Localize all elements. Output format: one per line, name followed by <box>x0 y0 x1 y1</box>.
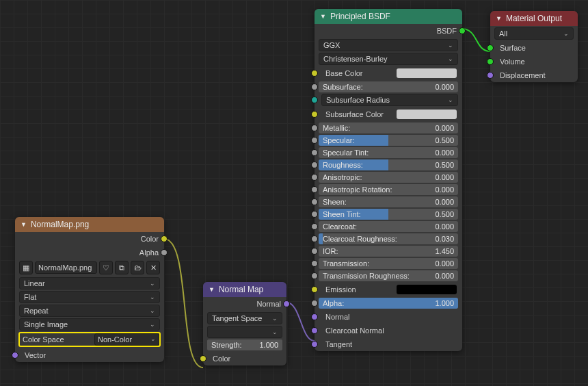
chevron-down-icon: ⌄ <box>150 335 156 344</box>
node-principled-bsdf[interactable]: ▼ Principled BSDF BSDF GGX⌄ Christensen-… <box>315 9 462 351</box>
socket-sssradius-in[interactable] <box>311 96 318 103</box>
socket-vector-in[interactable] <box>12 352 18 359</box>
socket-ccrough-in[interactable] <box>311 235 318 242</box>
metallic-slider[interactable]: Metallic: 0.000 <box>319 123 458 133</box>
uvmap-select[interactable]: ⌄ <box>207 326 282 338</box>
interpolation-select[interactable]: Linear⌄ <box>19 277 160 290</box>
collapse-triangle-icon[interactable]: ▼ <box>21 221 27 228</box>
socket-tangent-in[interactable] <box>311 341 318 348</box>
anisorot-value: 0.000 <box>435 185 454 194</box>
socket-normal-in[interactable] <box>311 313 318 320</box>
clearcoat-value: 0.000 <box>435 222 454 231</box>
ior-slider[interactable]: IOR: 1.450 <box>319 246 458 257</box>
new-image-icon[interactable]: ⧉ <box>115 261 129 274</box>
socket-sheen-in[interactable] <box>311 198 318 205</box>
open-image-icon[interactable]: 🗁 <box>131 261 144 274</box>
spectint-slider[interactable]: Specular Tint: 0.000 <box>319 147 458 158</box>
socket-displacement-in[interactable] <box>487 72 494 79</box>
node-title: Principled BSDF <box>330 12 390 21</box>
node-header[interactable]: ▼ NormalMap.png <box>15 217 164 232</box>
distribution-select[interactable]: GGX⌄ <box>319 39 458 51</box>
socket-basecolor-in[interactable] <box>311 70 318 77</box>
socket-color-in[interactable] <box>200 355 206 362</box>
node-header[interactable]: ▼ Principled BSDF <box>315 9 462 24</box>
strength-slider[interactable]: Strength: 1.000 <box>207 339 282 350</box>
socket-anisorot-in[interactable] <box>311 186 318 193</box>
socket-transmission-in[interactable] <box>311 260 318 267</box>
socket-normal-out[interactable] <box>283 300 290 307</box>
input-basecolor: Base Color <box>315 66 462 80</box>
specular-label: Specular: <box>323 136 354 144</box>
socket-sheentint-in[interactable] <box>311 211 318 218</box>
socket-roughness-in[interactable] <box>311 162 318 168</box>
specular-slider[interactable]: Specular: 0.500 <box>319 135 458 146</box>
node-image-texture[interactable]: ▼ NormalMap.png Color Alpha ▦ NormalMap.… <box>15 217 164 362</box>
socket-ccnormal-in[interactable] <box>311 327 318 334</box>
anisorot-slider[interactable]: Anisotropic Rotation: 0.000 <box>319 184 458 195</box>
socket-clearcoat-in[interactable] <box>311 223 318 230</box>
aniso-label: Anisotropic: <box>323 173 362 181</box>
socket-alpha-out[interactable] <box>161 249 168 256</box>
ccnormal-label: Clearcoat Normal <box>320 326 457 335</box>
unlink-image-icon[interactable]: ✕ <box>146 261 160 274</box>
socket-ior-in[interactable] <box>311 248 318 255</box>
node-header[interactable]: ▼ Normal Map <box>203 282 286 297</box>
transmission-slider[interactable]: Transmission: 0.000 <box>319 258 458 269</box>
socket-specular-in[interactable] <box>311 137 318 144</box>
alpha-label: Alpha: <box>323 299 344 307</box>
chevron-down-icon: ⌄ <box>448 42 453 49</box>
sss-method-select[interactable]: Christensen-Burley⌄ <box>319 53 458 65</box>
socket-subsurface-in[interactable] <box>311 83 318 90</box>
socket-color-out[interactable] <box>161 235 168 242</box>
socket-transrough-in[interactable] <box>311 272 318 279</box>
node-header[interactable]: ▼ Material Output <box>490 11 578 26</box>
fake-user-icon[interactable]: ♡ <box>99 261 113 274</box>
space-select[interactable]: Tangent Space⌄ <box>207 312 282 324</box>
socket-metallic-in[interactable] <box>311 125 318 131</box>
sheen-value: 0.000 <box>435 198 454 206</box>
aniso-value: 0.000 <box>435 173 454 181</box>
projection-select[interactable]: Flat⌄ <box>19 291 160 303</box>
sssradius-select[interactable]: Subsurface Radius⌄ <box>321 94 458 106</box>
ccrough-slider[interactable]: Clearcoat Roughness: 0.030 <box>319 233 458 244</box>
socket-surface-in[interactable] <box>487 44 494 51</box>
tangent-label: Tangent <box>320 340 457 348</box>
anisorot-label: Anisotropic Rotation: <box>323 185 392 194</box>
node-normal-map[interactable]: ▼ Normal Map Normal Tangent Space⌄ ⌄ Str… <box>203 282 286 365</box>
alpha-slider[interactable]: Alpha: 1.000 <box>319 298 458 309</box>
spectint-value: 0.000 <box>435 149 454 157</box>
socket-emission-in[interactable] <box>311 286 318 293</box>
node-material-output[interactable]: ▼ Material Output All⌄ Surface Volume Di… <box>490 11 578 82</box>
transrough-slider[interactable]: Transmission Roughness: 0.000 <box>319 270 458 281</box>
socket-aniso-in[interactable] <box>311 174 318 181</box>
colorspace-select[interactable]: Non-Color⌄ <box>94 333 159 346</box>
socket-alpha-in[interactable] <box>311 300 318 307</box>
ior-label: IOR: <box>323 247 338 255</box>
subsurface-slider[interactable]: Subsurface: 0.000 <box>319 81 458 92</box>
basecolor-swatch[interactable] <box>397 68 457 78</box>
ssscolor-swatch[interactable] <box>397 110 457 119</box>
socket-ssscolor-in[interactable] <box>311 111 318 118</box>
normal-label: Normal <box>320 313 457 321</box>
socket-volume-in[interactable] <box>487 58 494 65</box>
chevron-down-icon: ⌄ <box>448 55 453 62</box>
target-select[interactable]: All⌄ <box>494 27 574 40</box>
collapse-triangle-icon[interactable]: ▼ <box>209 286 215 293</box>
aniso-slider[interactable]: Anisotropic: 0.000 <box>319 172 458 183</box>
collapse-triangle-icon[interactable]: ▼ <box>496 15 502 22</box>
roughness-slider[interactable]: Roughness: 0.500 <box>319 159 458 170</box>
emission-swatch[interactable] <box>397 285 457 294</box>
socket-spectint-in[interactable] <box>311 149 318 156</box>
image-name-field[interactable]: NormalMap.png <box>35 261 97 274</box>
source-select[interactable]: Single Image⌄ <box>19 318 160 331</box>
collapse-triangle-icon[interactable]: ▼ <box>320 13 326 20</box>
sheen-slider[interactable]: Sheen: 0.000 <box>319 196 458 207</box>
extension-select[interactable]: Repeat⌄ <box>19 305 160 317</box>
emission-label: Emission <box>320 285 394 294</box>
socket-bsdf-out[interactable] <box>459 27 466 34</box>
image-browse-icon[interactable]: ▦ <box>19 261 33 274</box>
roughness-label: Roughness: <box>323 161 363 169</box>
sheentint-slider[interactable]: Sheen Tint: 0.500 <box>319 209 458 220</box>
chevron-down-icon: ⌄ <box>563 30 569 37</box>
clearcoat-slider[interactable]: Clearcoat: 0.000 <box>319 221 458 232</box>
